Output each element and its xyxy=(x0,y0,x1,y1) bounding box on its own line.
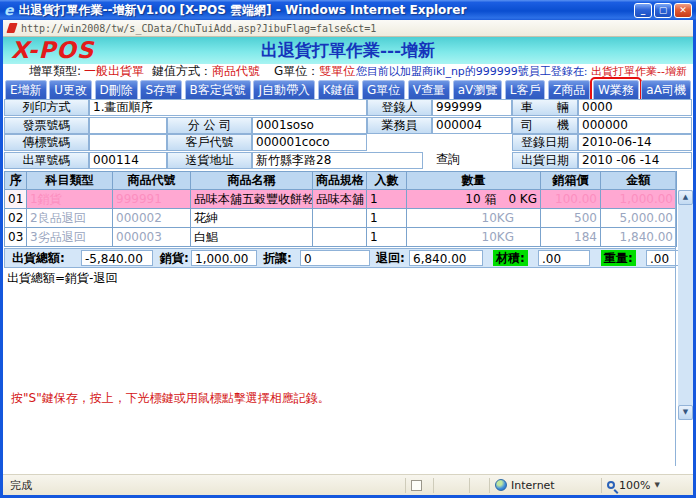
maximize-button[interactable]: ▢ xyxy=(654,3,672,18)
item-code: 999991 xyxy=(113,190,191,209)
item-qty: 10KG xyxy=(407,209,541,228)
row-no: 02 xyxy=(5,209,27,228)
item-units: 1 xyxy=(367,190,407,209)
title-bar: e 出退貨打單作業--增新V1.00 [X-POS 雲端網] - Windows… xyxy=(0,0,696,20)
zoom-pane[interactable]: 100% ▼ xyxy=(601,478,693,493)
toolbar-button-9[interactable]: aV瀏覽 xyxy=(453,80,503,101)
driver-field[interactable]: 000000 xyxy=(578,117,692,134)
item-type: 1銷貨 xyxy=(27,190,113,209)
customer-field[interactable]: 000001coco xyxy=(252,134,367,151)
browser-window: e 出退貨打單作業--增新V1.00 [X-POS 雲端網] - Windows… xyxy=(0,0,696,498)
window-title: 出退貨打單作業--增新V1.00 [X-POS 雲端網] - Windows I… xyxy=(19,2,635,19)
return-label: 退回: xyxy=(376,250,405,266)
item-price: 184 xyxy=(541,228,601,247)
address-bar[interactable]: http://win2008/tw/s_CData/ChuTuiAdd.asp?… xyxy=(3,20,693,37)
order-type-label: 增單類型: xyxy=(29,63,81,80)
status-bar: 完成 Internet 100% ▼ xyxy=(3,474,693,495)
salesman-field[interactable]: 000004 xyxy=(432,117,512,134)
registrant-label: 登錄人 xyxy=(367,99,432,116)
toolbar-button-12[interactable]: W業務 xyxy=(593,80,639,101)
return-value: 6,840.00 xyxy=(409,250,483,266)
registrant-field[interactable]: 999999 xyxy=(432,99,512,116)
toolbar-button-6[interactable]: K鍵值 xyxy=(318,80,360,101)
order-no-label: 出單號碼 xyxy=(4,152,89,169)
item-name: 白鯧 xyxy=(191,228,313,247)
item-qty: 10 箱 0 KG xyxy=(407,190,541,209)
sales-label: 銷貨: xyxy=(160,250,189,266)
query-button[interactable]: 查詢 xyxy=(428,152,468,169)
volume-badge: 材積: xyxy=(493,250,528,266)
order-no-field[interactable]: 000114 xyxy=(89,152,167,169)
branch-field[interactable]: 0001soso xyxy=(252,117,367,134)
toolbar-button-11[interactable]: Z商品 xyxy=(548,80,590,101)
vehicle-field[interactable]: 0000 xyxy=(578,99,692,116)
minimize-button[interactable]: _ xyxy=(634,3,652,18)
status-pane-empty2 xyxy=(469,478,489,493)
col-header-amount: 金額 xyxy=(601,172,677,190)
toolbar-button-5[interactable]: J自動帶入 xyxy=(253,80,315,101)
unit-mode-label: G單位： xyxy=(274,63,319,80)
order-type-value: 一般出貨單 xyxy=(84,63,144,80)
vertical-scrollbar[interactable]: ▲ ▼ xyxy=(678,190,693,420)
key-mode-label: 鍵值方式： xyxy=(152,63,212,80)
toolbar-button-8[interactable]: V查量 xyxy=(408,80,450,101)
toolbar-button-3[interactable]: S存單 xyxy=(140,80,182,101)
item-code: 000003 xyxy=(113,228,191,247)
item-price: 100.00 xyxy=(541,190,601,209)
item-code: 000002 xyxy=(113,209,191,228)
document-icon xyxy=(411,480,422,491)
reg-date-label: 登錄日期 xyxy=(512,134,578,151)
item-units: 1 xyxy=(367,228,407,247)
key-mode-value: 商品代號 xyxy=(212,63,260,80)
unit-mode-value: 雙單位 xyxy=(319,63,355,80)
reg-date-field[interactable]: 2010-06-14 xyxy=(578,134,692,151)
table-row-1[interactable]: 02 2良品退回 000002 花紳 1 10KG 500 5,000.00 xyxy=(5,209,677,228)
toolbar-button-2[interactable]: D刪除 xyxy=(95,80,138,101)
app-banner: X-POS 出退貨打單作業---增新 xyxy=(3,37,693,64)
col-header-spec: 商品規格 xyxy=(313,172,367,190)
zoom-dropdown-icon[interactable]: ▼ xyxy=(654,481,659,489)
toolbar-button-0[interactable]: E增新 xyxy=(5,80,47,101)
item-type: 2良品退回 xyxy=(27,209,113,228)
close-button[interactable]: ✕ xyxy=(674,3,692,18)
table-row-0[interactable]: 01 1銷貨 999991 品味本舖五穀豐收餅乾 品味本舖 1 10 箱 0 K… xyxy=(5,190,677,209)
scroll-down-icon[interactable]: ▼ xyxy=(678,405,693,420)
magnifier-icon xyxy=(607,481,615,489)
print-mode-field[interactable]: 1.畫面順序 xyxy=(89,99,367,116)
item-amount: 1,840.00 xyxy=(601,228,677,247)
scroll-up-icon[interactable]: ▲ xyxy=(678,190,693,205)
status-pane-empty1 xyxy=(433,478,469,493)
address-label: 送貨地址 xyxy=(167,152,252,169)
vehicle-label: 車 輛 xyxy=(512,99,578,116)
item-amount: 5,000.00 xyxy=(601,209,677,228)
col-header-qty: 數量 xyxy=(407,172,541,190)
label-no-field[interactable] xyxy=(89,134,167,151)
login-note-user: 您目前以加盟商ikl_np的999999號員工登錄在: xyxy=(356,65,588,78)
invoice-field[interactable] xyxy=(89,117,167,134)
row-no: 03 xyxy=(5,228,27,247)
toolbar-button-13[interactable]: aA司機 xyxy=(641,80,691,101)
invoice-label: 發票號碼 xyxy=(4,117,89,134)
item-units: 1 xyxy=(367,209,407,228)
ie-logo-icon: e xyxy=(4,3,14,17)
weight-badge: 重量: xyxy=(601,250,636,266)
zone-text: Internet xyxy=(511,479,555,492)
item-name: 花紳 xyxy=(191,209,313,228)
col-header-type: 科目類型 xyxy=(27,172,113,190)
toolbar-button-10[interactable]: L客戶 xyxy=(505,80,546,101)
table-row-2[interactable]: 03 3劣品退回 000003 白鯧 1 10KG 184 1,840.00 xyxy=(5,228,677,247)
address-field[interactable]: 新竹縣李路28 xyxy=(252,152,423,169)
col-header-code: 商品代號 xyxy=(113,172,191,190)
item-type: 3劣品退回 xyxy=(27,228,113,247)
ship-date-field[interactable]: 2010 -06 -14 xyxy=(578,152,692,169)
total-value: -5,840.00 xyxy=(81,250,153,266)
branch-label: 分 公 司 xyxy=(167,117,252,134)
toolbar-button-1[interactable]: U更改 xyxy=(49,80,92,101)
discount-value: 0 xyxy=(300,250,370,266)
col-header-name: 商品名稱 xyxy=(191,172,313,190)
toolbar-button-4[interactable]: B客定貨號 xyxy=(185,80,251,101)
discount-label: 折讓: xyxy=(263,250,292,266)
item-qty: 10KG xyxy=(407,228,541,247)
driver-label: 司 機 xyxy=(512,117,578,134)
toolbar-button-7[interactable]: G單位 xyxy=(362,80,405,101)
